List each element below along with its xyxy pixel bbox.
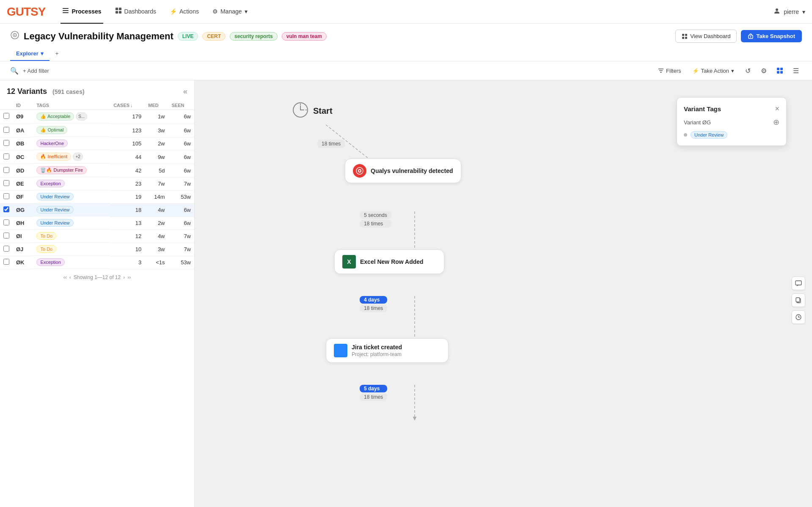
table-view-button[interactable]: ☰ [790, 65, 802, 77]
svg-rect-14 [685, 37, 687, 39]
table-row[interactable]: ØJTo Do103w7w [0, 243, 194, 256]
table-row[interactable]: Ø9👍 AcceptableS...1791w6w [0, 110, 194, 124]
filters-label: Filters [666, 68, 681, 74]
table-row[interactable]: ØC🔥 Inefficient+2449w6w [0, 150, 194, 164]
table-row[interactable]: ØD🗑️🔥 Dumpster Fire425d6w [0, 164, 194, 177]
vt-close-button[interactable]: × [775, 104, 779, 113]
badge-security: security reports [230, 32, 278, 41]
history-icon-button[interactable] [792, 310, 805, 324]
row-tags: HackerOne [33, 137, 110, 150]
left-panel: 12 Variants (591 cases) « ID TAGS CASES … [0, 80, 195, 507]
nav-dashboards-label: Dashboards [124, 8, 157, 15]
nav-dashboards[interactable]: Dashboards [113, 0, 158, 24]
settings-button[interactable]: ⚙ [758, 65, 770, 77]
tag-pill[interactable]: To Do [36, 245, 56, 253]
take-action-label: Take Action [701, 68, 729, 74]
row-seen: 53w [168, 190, 195, 203]
excel-label: Excel New Row Added [360, 258, 424, 265]
qualys-icon [353, 164, 366, 178]
table-row[interactable]: ØITo Do124w7w [0, 230, 194, 243]
tab-add[interactable]: + [50, 47, 65, 61]
refresh-button[interactable]: ↺ [742, 65, 754, 77]
tag-pill[interactable]: 👍 Optimal [36, 126, 67, 134]
page-prev-btn[interactable]: ‹ [69, 274, 71, 280]
table-row[interactable]: ØFUnder Review1914m53w [0, 190, 194, 203]
row-checkbox[interactable] [3, 193, 9, 199]
row-seen: 6w [168, 164, 195, 177]
table-row[interactable]: ØGUnder Review184w6w [0, 203, 194, 217]
variants-count: (591 cases) [52, 88, 85, 95]
copy-icon-button[interactable] [792, 293, 805, 307]
row-checkbox[interactable] [3, 233, 9, 238]
row-checkbox[interactable] [3, 113, 9, 119]
row-checkbox[interactable] [3, 180, 9, 186]
tag-pill[interactable]: Under Review [36, 219, 73, 227]
collapse-panel-button[interactable]: « [183, 87, 187, 96]
row-id: ØK [13, 256, 33, 269]
tag-pill[interactable]: 🗑️🔥 Dumpster Fire [36, 166, 87, 174]
row-checkbox[interactable] [3, 153, 9, 159]
row-checkbox[interactable] [3, 206, 9, 212]
flow-node-jira[interactable]: Jira ticket created Project: platform-te… [326, 338, 449, 363]
view-dashboard-button[interactable]: View Dashboard [675, 30, 737, 43]
vt-tag-underreview[interactable]: Under Review [691, 131, 727, 139]
add-filter-button[interactable]: + Add filter [23, 68, 49, 74]
row-checkbox[interactable] [3, 246, 9, 252]
tag-pill[interactable]: 👍 Acceptable [36, 112, 74, 121]
vt-header: Variant Tags × [684, 104, 779, 113]
tag-pill[interactable]: Under Review [36, 206, 73, 214]
row-checkbox[interactable] [3, 127, 9, 133]
toolbar-right: Filters ⚡ Take Action ▾ ↺ ⚙ ☰ [655, 65, 802, 77]
tag-pill[interactable]: Under Review [36, 193, 73, 200]
tag-pill[interactable]: To Do [36, 232, 56, 240]
vt-add-button[interactable]: ⊕ [773, 118, 779, 127]
flow-node-qualys[interactable]: Qualys vulnerability detected [345, 159, 461, 183]
tag-pill[interactable]: Exception [36, 180, 64, 187]
header-actions: View Dashboard Take Snapshot [675, 30, 802, 43]
page-last-btn[interactable]: ›› [127, 274, 131, 280]
tag-pill[interactable]: Exception [36, 258, 64, 266]
process-icon [62, 7, 69, 15]
page-next-btn[interactable]: › [123, 274, 125, 280]
nav-processes[interactable]: Processes [61, 0, 103, 24]
table-row[interactable]: ØEException237w7w [0, 177, 194, 190]
row-checkbox[interactable] [3, 167, 9, 173]
user-menu[interactable]: pierre ▾ [773, 8, 805, 16]
comment-icon-button[interactable] [792, 277, 805, 290]
filters-button[interactable]: Filters [655, 66, 684, 76]
svg-rect-6 [119, 11, 121, 14]
right-panel: Start 18 times Qualys vulnerability dete… [195, 80, 812, 507]
row-checkbox[interactable] [3, 140, 9, 146]
take-action-button[interactable]: ⚡ Take Action ▾ [689, 66, 738, 76]
col-seen: SEEN [168, 101, 195, 110]
table-row[interactable]: ØA👍 Optimal1233w6w [0, 123, 194, 137]
row-checkbox[interactable] [3, 259, 9, 265]
tag-pill[interactable]: 🔥 Inefficient [36, 153, 71, 161]
edge-excel-jira-time: 4 days [360, 296, 387, 304]
col-med: MED [145, 101, 168, 110]
svg-rect-21 [780, 68, 783, 70]
tab-explorer[interactable]: Explorer ▾ [10, 47, 50, 61]
flow-node-start: Start [292, 101, 333, 121]
nav-actions[interactable]: ⚡ Actions [168, 0, 201, 24]
nav-manage[interactable]: ⚙ Manage ▾ [211, 0, 249, 24]
search-icon[interactable]: 🔍 [10, 67, 19, 75]
badge-cert: CERT [202, 32, 226, 41]
take-snapshot-button[interactable]: Take Snapshot [741, 30, 802, 42]
tag-pill[interactable]: +2 [73, 153, 83, 161]
tag-pill[interactable]: S... [76, 112, 87, 121]
table-row[interactable]: ØBHackerOne1052w6w [0, 137, 194, 150]
row-checkbox[interactable] [3, 219, 9, 225]
variants-title: 12 Variants (591 cases) [7, 87, 85, 96]
actions-icon: ⚡ [170, 8, 177, 15]
row-cases: 10 [110, 243, 145, 256]
svg-rect-36 [795, 281, 801, 285]
page-first-btn[interactable]: ‹‹ [63, 274, 67, 280]
grid-view-button[interactable] [774, 65, 786, 77]
table-row[interactable]: ØKException3<1s53w [0, 256, 194, 269]
tag-pill[interactable]: HackerOne [36, 140, 68, 147]
svg-rect-5 [116, 11, 118, 14]
table-row[interactable]: ØHUnder Review132w6w [0, 217, 194, 230]
flow-node-excel[interactable]: X Excel New Row Added [334, 249, 444, 274]
col-cases[interactable]: CASES ↓ [110, 101, 145, 110]
